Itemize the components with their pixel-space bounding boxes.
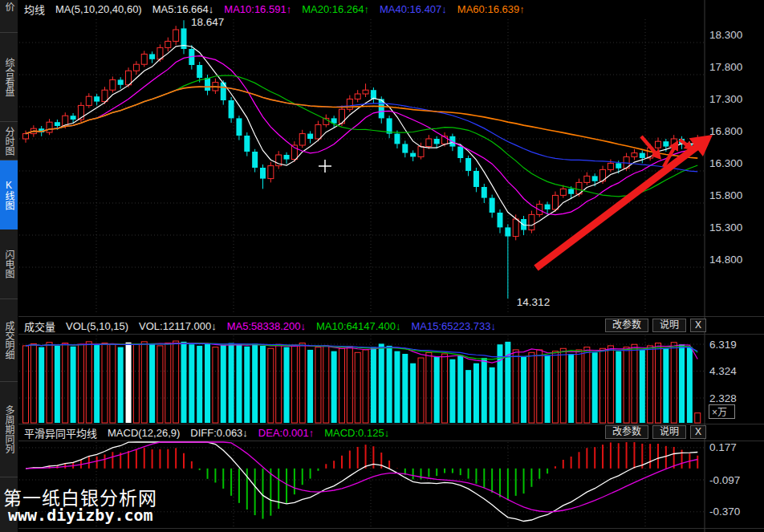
sidebar-item-multi-period[interactable]: 多周期同列 <box>0 382 18 477</box>
volume-change-params-button[interactable]: 改参数 <box>605 319 648 332</box>
candle-body-down <box>498 213 503 227</box>
volume-bar <box>600 348 606 423</box>
candle-body-up <box>513 219 518 237</box>
volume-bar <box>498 344 503 423</box>
candle-body-up <box>173 30 179 41</box>
candle-body-up <box>632 153 637 157</box>
volume-bar <box>197 346 202 423</box>
sidebar-item-trade-detail[interactable]: 成交明细 <box>0 299 18 382</box>
macd-axis-label: -0.370 <box>709 506 740 518</box>
candle-body-down <box>71 116 76 120</box>
candle-body-up <box>299 134 305 145</box>
volume-header: 成交量 VOL(5,10,15) VOL:12117.000↓ MA5:5833… <box>24 318 496 334</box>
volume-bar <box>640 350 645 423</box>
candle-body-down <box>465 158 471 171</box>
candle-body-up <box>315 124 321 139</box>
volume-bar <box>387 346 392 423</box>
volume-bar <box>449 359 455 423</box>
volume-bar <box>410 363 416 423</box>
ma-line-60 <box>26 87 697 158</box>
volume-bar <box>323 346 329 423</box>
macd-help-button[interactable]: 说明 <box>652 425 686 439</box>
volume-bar <box>141 342 147 423</box>
volume-bar <box>537 350 543 423</box>
volume-bar <box>71 347 76 423</box>
ma5-value: MA5:16.664↓ <box>152 3 214 15</box>
candle-body-up <box>656 141 661 148</box>
volume-bar <box>86 342 91 423</box>
volume-bar <box>110 344 116 423</box>
volume-bar <box>94 345 100 423</box>
sidebar-item-kline[interactable]: K线图 <box>0 160 18 229</box>
macd-pane-buttons: 改参数 说明 X <box>605 425 706 439</box>
sidebar-item-overview[interactable]: 综合看盘 <box>0 33 18 122</box>
main-axis-label: 17.300 <box>709 93 742 105</box>
chart-canvas[interactable]: 18.30017.80017.30016.80016.30015.80015.3… <box>0 0 764 532</box>
main-axis-label: 17.800 <box>709 61 742 73</box>
dea-value: DEA:0.001↑ <box>258 427 314 439</box>
volume-bar <box>457 355 463 423</box>
volume-axis-label: 4.324 <box>709 365 737 377</box>
candle-body-down <box>490 198 495 213</box>
volume-bar <box>584 347 590 423</box>
volume-bar <box>648 346 653 423</box>
volume-bar <box>473 363 479 423</box>
volume-bar <box>695 413 701 423</box>
macd-axis-label: -0.097 <box>709 474 740 486</box>
volume-bar <box>276 344 282 423</box>
macd-formula: MACD(12,26,9) <box>108 427 180 439</box>
volume-bar <box>552 351 558 423</box>
candle-body-down <box>505 227 510 236</box>
volume-bar <box>307 350 313 423</box>
main-chart-header: 均线 MA(5,10,20,40,60) MA5:16.664↓ MA10:16… <box>24 1 525 17</box>
vol-title: 成交量 <box>24 319 55 334</box>
low-price-label: 14.312 <box>517 296 550 308</box>
macd-change-params-button[interactable]: 改参数 <box>605 425 648 439</box>
candle-body-up <box>86 96 91 105</box>
volume-bar <box>482 358 487 423</box>
main-axis-label: 15.800 <box>709 189 742 201</box>
high-price-label: 18.647 <box>191 16 224 28</box>
candle-body-up <box>426 139 432 147</box>
candle-body-up <box>552 195 558 209</box>
sidebar-item-quote[interactable]: 价 <box>0 0 18 33</box>
candle-body-up <box>133 64 139 71</box>
volume-bar <box>339 348 345 423</box>
macd-close-button[interactable]: X <box>690 425 706 439</box>
candle-body-up <box>126 71 132 85</box>
volume-bar <box>47 343 52 423</box>
volume-close-button[interactable]: X <box>690 319 706 332</box>
sidebar-item-flash[interactable]: 闪电图 <box>0 229 18 299</box>
candle-body-up <box>608 163 613 169</box>
volume-bar <box>490 368 495 423</box>
candle-body-up <box>102 90 108 101</box>
volume-pane-buttons: 改参数 说明 X <box>605 319 706 332</box>
candle-body-down <box>307 134 313 139</box>
candle-body-down <box>149 54 155 59</box>
volume-bar <box>379 343 384 423</box>
volume-bar <box>126 343 132 423</box>
candle-body-up <box>110 79 116 90</box>
candle-body-down <box>236 118 242 136</box>
volume-bar <box>244 347 250 423</box>
sidebar-item-intraday[interactable]: 分时图 <box>0 122 18 160</box>
candle-body-down <box>402 144 408 152</box>
vol-ma15-value: MA15:65223.733↓ <box>412 320 497 332</box>
volume-help-button[interactable]: 说明 <box>652 319 686 332</box>
ma-formula: MA(5,10,20,40,60) <box>55 3 142 15</box>
volume-bar <box>576 350 582 423</box>
ma10-value: MA10:16.591↑ <box>224 3 291 15</box>
volume-bar <box>671 343 677 423</box>
vol-ma5-value: MA5:58338.200↓ <box>227 320 306 332</box>
volume-bar <box>149 343 155 423</box>
volume-bar <box>568 354 574 423</box>
sidebar-filler <box>0 477 18 532</box>
candle-body-down <box>545 205 551 209</box>
ma-title: 均线 <box>24 2 45 17</box>
volume-bar <box>394 351 400 423</box>
volume-axis-label: 2.328 <box>709 392 737 404</box>
volume-bar <box>679 344 685 423</box>
candle-body-down <box>94 96 100 101</box>
candle-body-up <box>355 94 360 99</box>
volume-bar <box>39 347 44 423</box>
